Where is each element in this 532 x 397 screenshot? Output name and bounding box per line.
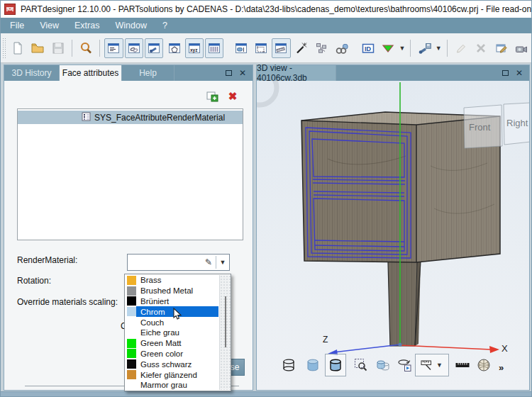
delete-attribute-button[interactable]: ✖	[226, 89, 240, 104]
tab-3d-history[interactable]: 3D History	[4, 65, 60, 81]
attribute-icon	[82, 111, 91, 124]
material-option[interactable]: Marmor grau	[125, 380, 218, 391]
material-swatch	[127, 339, 136, 348]
cylinder-shaded-button[interactable]	[325, 354, 346, 376]
menu-bar: FileViewExtrasWindow?	[1, 18, 531, 33]
id-button-button[interactable]: ID	[359, 38, 377, 58]
cylinder-solid-button[interactable]	[302, 354, 323, 376]
view-maximize-button[interactable]	[498, 67, 512, 79]
ruler-black-button[interactable]	[452, 354, 473, 376]
search-part-button[interactable]	[332, 38, 350, 58]
material-option-label: Brushed Metal	[136, 286, 218, 296]
material-option-label: Guss schwarz	[136, 359, 218, 369]
save-button[interactable]	[48, 38, 67, 58]
tab-help[interactable]: Help	[122, 65, 174, 81]
green-arrow-dropdown-caret[interactable]: ▼	[399, 45, 405, 52]
3d-viewport[interactable]: X Z Front Right » ▼	[257, 81, 529, 390]
menu-item-extras[interactable]: Extras	[67, 18, 107, 33]
material-option-label: Kiefer glänzend	[136, 369, 218, 380]
material-option[interactable]: Green color	[125, 349, 218, 359]
zoom-search-button[interactable]	[77, 38, 95, 58]
panel-maximize-button[interactable]	[221, 67, 235, 79]
material-option[interactable]: Brüniert	[125, 296, 218, 307]
material-option-label: Chrom	[136, 306, 218, 317]
menu-item-file[interactable]: File	[2, 18, 32, 33]
cylinder-wireframe-button[interactable]	[278, 354, 299, 376]
screw-save-dropdown-caret[interactable]: ▼	[436, 45, 442, 52]
more-tools-button[interactable]: »	[499, 362, 504, 373]
rotation-label: Rotation:	[17, 276, 51, 286]
mesh-sphere-button[interactable]	[473, 354, 494, 376]
window-screw-button[interactable]	[145, 38, 163, 58]
panel-close-button[interactable]: ✕	[235, 67, 250, 79]
menu-item-[interactable]: ?	[155, 18, 175, 33]
view-close-button[interactable]: ✕	[512, 67, 526, 79]
render-material-label: RenderMaterial:	[17, 255, 77, 265]
add-attribute-button[interactable]	[206, 90, 220, 104]
toolbar-drag-handle[interactable]	[2, 38, 6, 59]
material-options: BrassBrushed MetalBrüniertChromCouchEich…	[125, 275, 218, 391]
combobox-dropdown-arrow[interactable]: ▼	[216, 259, 229, 266]
material-option[interactable]: Guss schwarz	[125, 359, 218, 369]
material-option-label: Eiche grau	[136, 328, 218, 338]
material-option-label: Brass	[136, 275, 218, 286]
screw-save-button[interactable]	[415, 38, 433, 58]
window-sketch-button[interactable]	[165, 38, 183, 58]
open-folder-button[interactable]	[28, 38, 47, 58]
attribute-listbox[interactable]: SYS_FaceAttributeRenderMaterial	[17, 108, 243, 240]
view-cube-right-label: Right	[506, 118, 528, 128]
toolbar-separator	[447, 40, 448, 57]
toolbar-separator	[99, 40, 100, 57]
dropdown-scrollbar[interactable]	[219, 275, 231, 390]
edit-material-pencil-icon[interactable]: ✎	[201, 257, 216, 267]
material-option[interactable]: Kiefer glänzend	[125, 369, 218, 380]
material-option[interactable]: Chrom	[125, 306, 218, 317]
material-option[interactable]: Couch	[125, 317, 218, 328]
left-panel-header: 3D History Face attributes Help ✕	[4, 65, 253, 81]
window-selection-button[interactable]	[252, 38, 270, 58]
material-option-label: Green Matt	[136, 338, 218, 349]
view-cube: Front Right	[464, 103, 529, 148]
magic-wand-button[interactable]	[292, 38, 311, 58]
app-icon	[4, 4, 16, 15]
edit-window-button[interactable]	[492, 38, 510, 58]
window-title: PARTdesigner 12.10.00 - PARTsolutions by…	[21, 4, 532, 14]
menu-item-window[interactable]: Window	[107, 18, 154, 33]
window-table-button[interactable]	[205, 38, 223, 58]
tab-3d-view[interactable]: 3D view - 40106cw.3db	[257, 65, 336, 81]
measure-tool-dropdown-caret[interactable]: ▼	[436, 362, 443, 369]
window-xyz-button[interactable]: xyz	[185, 38, 204, 58]
view-toolbar: » ▼	[257, 354, 529, 379]
new-document-button[interactable]	[9, 38, 27, 58]
render-material-combobox[interactable]: ✎ ▼	[127, 254, 230, 271]
render-camera-button[interactable]	[512, 38, 531, 58]
material-swatch	[127, 349, 136, 358]
material-option[interactable]: Green Matt	[125, 338, 218, 349]
application-window: PARTdesigner 12.10.00 - PARTsolutions by…	[0, 0, 532, 397]
edit-pencil-button[interactable]	[452, 38, 470, 58]
menu-item-view[interactable]: View	[32, 18, 67, 33]
toolbar-separator	[410, 40, 411, 57]
tab-face-attributes[interactable]: Face attributes	[60, 65, 122, 81]
material-option[interactable]: Brushed Metal	[125, 286, 218, 296]
material-option[interactable]: Eiche grau	[125, 328, 218, 338]
svg-text:ID: ID	[365, 45, 372, 52]
window-ruler-button[interactable]	[272, 38, 290, 58]
zoom-fit-button[interactable]	[350, 354, 372, 376]
z-axis-label: Z	[323, 335, 328, 345]
material-option-label: Green color	[136, 349, 218, 359]
z-axis	[333, 345, 400, 352]
green-arrow-button[interactable]	[379, 38, 397, 58]
measure-tool-button[interactable]: ▼	[415, 354, 449, 376]
material-swatch	[127, 359, 136, 369]
delete-x-button[interactable]	[472, 38, 490, 58]
rotate-animation-button[interactable]	[394, 354, 415, 376]
scrollbar-thumb[interactable]	[225, 296, 226, 347]
transparency-button[interactable]	[372, 354, 394, 376]
attribute-list-item[interactable]: SYS_FaceAttributeRenderMaterial	[18, 111, 243, 124]
exploded-view-button[interactable]	[312, 38, 331, 58]
window-dimension-button[interactable]	[231, 38, 250, 58]
material-option[interactable]: Brass	[125, 275, 218, 286]
window-link-button[interactable]	[125, 38, 143, 58]
window-3d-history-button[interactable]	[104, 38, 123, 58]
